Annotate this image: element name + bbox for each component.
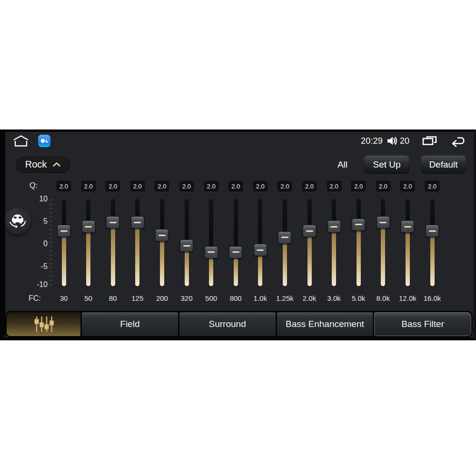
eq-band-320: 2.0320 xyxy=(174,129,199,340)
eq-band-80: 2.080 xyxy=(100,129,125,340)
slider-handle[interactable] xyxy=(82,220,95,233)
page: 20:29 20 xyxy=(0,0,476,476)
eq-band-125: 2.0125 xyxy=(125,129,150,340)
eq-band-500: 2.0500 xyxy=(199,129,224,340)
q-value-box[interactable]: 2.0 xyxy=(179,181,194,191)
slider-track-lower[interactable] xyxy=(332,227,336,286)
slider-handle[interactable] xyxy=(229,246,242,258)
tab-bass-filter[interactable]: Bass Filter xyxy=(374,312,471,336)
q-value-box[interactable]: 2.0 xyxy=(400,181,415,191)
eq-band-1.0k: 2.01.0k xyxy=(248,129,273,340)
q-value-box[interactable]: 2.0 xyxy=(155,181,169,191)
q-value-box[interactable]: 2.0 xyxy=(278,181,292,191)
slider-handle[interactable] xyxy=(205,246,218,258)
q-value-box[interactable]: 2.0 xyxy=(327,181,341,191)
slider-handle[interactable] xyxy=(155,229,169,241)
slider-handle[interactable] xyxy=(352,218,365,231)
tab-equalizer[interactable] xyxy=(7,312,80,336)
q-value-box[interactable]: 2.0 xyxy=(130,181,145,191)
slider-track-upper[interactable] xyxy=(185,199,189,246)
slider-handle[interactable] xyxy=(303,225,316,237)
q-value-box[interactable]: 2.0 xyxy=(376,181,390,191)
slider-track-upper[interactable] xyxy=(234,199,238,252)
tab-bass-filter-label: Bass Filter xyxy=(401,319,444,329)
bezel-right xyxy=(474,129,476,340)
slider-handle[interactable] xyxy=(57,225,70,237)
slider-handle[interactable] xyxy=(180,239,193,252)
tab-field[interactable]: Field xyxy=(82,312,178,336)
eq-band-2.0k: 2.02.0k xyxy=(297,129,322,340)
eq-band-50: 2.050 xyxy=(76,129,101,340)
slider-handle[interactable] xyxy=(254,244,267,256)
q-value-box[interactable]: 2.0 xyxy=(253,181,268,191)
slider-track-lower[interactable] xyxy=(430,231,435,286)
eq-bands: 2.0302.0502.0802.01252.02002.03202.05002… xyxy=(0,129,476,340)
slider-handle[interactable] xyxy=(327,220,341,233)
slider-track-lower[interactable] xyxy=(62,231,66,286)
eq-band-1.25k: 2.01.25k xyxy=(272,129,297,340)
q-value-box[interactable]: 2.0 xyxy=(228,181,243,191)
q-value-box[interactable]: 2.0 xyxy=(302,181,317,191)
tab-bass-enhancement[interactable]: Bass Enhancement xyxy=(277,312,373,336)
eq-band-16.0k: 2.016.0k xyxy=(420,129,445,340)
q-value-box[interactable]: 2.0 xyxy=(425,181,439,191)
head-unit-screen: 20:29 20 xyxy=(0,129,476,340)
slider-track-lower[interactable] xyxy=(381,222,385,286)
q-value-box[interactable]: 2.0 xyxy=(81,181,96,191)
slider-track-lower[interactable] xyxy=(111,222,115,286)
q-value-box[interactable]: 2.0 xyxy=(204,181,218,191)
slider-handle[interactable] xyxy=(278,231,291,244)
tab-bass-enhancement-label: Bass Enhancement xyxy=(286,319,364,329)
slider-track-upper[interactable] xyxy=(258,199,262,250)
tab-surround-label: Surround xyxy=(209,319,246,329)
slider-track-lower[interactable] xyxy=(307,231,312,286)
slider-track-lower[interactable] xyxy=(283,238,287,286)
slider-track-lower[interactable] xyxy=(160,235,164,286)
slider-track-upper[interactable] xyxy=(209,199,213,252)
slider-track-lower[interactable] xyxy=(406,227,410,286)
slider-track-lower[interactable] xyxy=(357,225,361,286)
eq-band-8.0k: 2.08.0k xyxy=(371,129,396,340)
freq-label: 16.0k xyxy=(416,294,448,302)
eq-band-800: 2.0800 xyxy=(223,129,248,340)
slider-handle[interactable] xyxy=(377,216,390,228)
q-value-box[interactable]: 2.0 xyxy=(351,181,366,191)
bezel-left xyxy=(0,129,5,340)
q-value-box[interactable]: 2.0 xyxy=(106,181,120,191)
eq-band-3.0k: 2.03.0k xyxy=(322,129,347,340)
slider-handle[interactable] xyxy=(131,216,144,228)
eq-band-30: 2.030 xyxy=(51,129,76,340)
slider-handle[interactable] xyxy=(426,225,439,237)
slider-track-lower[interactable] xyxy=(86,227,90,286)
bottom-tab-bar: Field Surround Bass Enhancement Bass Fil… xyxy=(5,311,473,337)
tab-field-label: Field xyxy=(120,319,139,329)
slider-track-lower[interactable] xyxy=(185,246,189,286)
q-value-box[interactable]: 2.0 xyxy=(57,181,71,191)
slider-handle[interactable] xyxy=(106,216,119,228)
bezel-bottom xyxy=(0,337,476,340)
slider-track-lower[interactable] xyxy=(135,222,139,286)
eq-band-5.0k: 2.05.0k xyxy=(346,129,371,340)
eq-band-12.0k: 2.012.0k xyxy=(395,129,420,340)
equalizer-sliders-icon xyxy=(32,316,55,333)
slider-handle[interactable] xyxy=(401,220,414,233)
bezel-top xyxy=(0,129,476,132)
tab-surround[interactable]: Surround xyxy=(179,312,276,336)
eq-band-200: 2.0200 xyxy=(149,129,174,340)
